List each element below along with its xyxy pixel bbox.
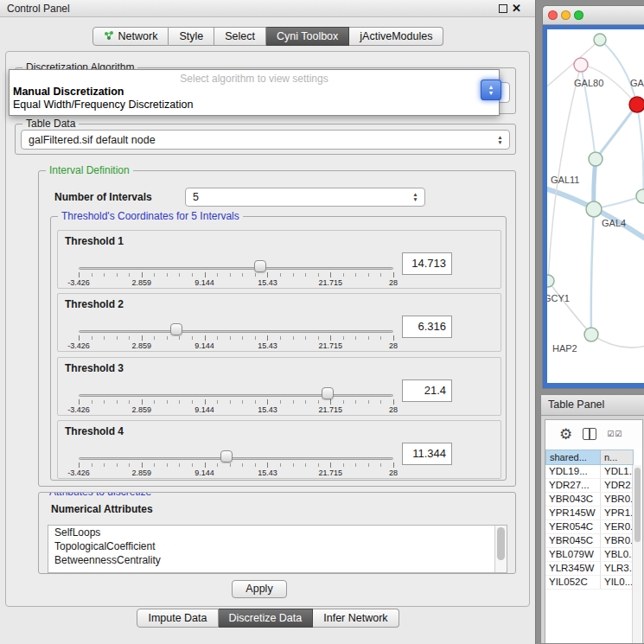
network-edge[interactable] xyxy=(637,105,643,196)
table-panel-titlebar[interactable]: Table Panel xyxy=(541,395,644,416)
table-cell[interactable]: YPR145W xyxy=(545,507,601,520)
slider-track[interactable] xyxy=(79,394,393,397)
control-panel-titlebar[interactable]: Control Panel ✕ xyxy=(0,0,535,17)
table-cell[interactable]: YIL052C xyxy=(545,576,601,590)
table-cell[interactable]: YBL079W xyxy=(545,548,601,562)
tab-cyni-toolbox[interactable]: Cyni Toolbox xyxy=(266,27,349,46)
table-cell[interactable]: YDR27... xyxy=(545,479,601,493)
checkbox-icons[interactable]: ☑☑ xyxy=(607,430,622,438)
table-cell[interactable]: YDL1... xyxy=(601,465,634,479)
threshold-value-field[interactable]: 11.344 xyxy=(402,443,452,465)
tab-infer-network[interactable]: Infer Network xyxy=(313,609,399,628)
network-node-green[interactable] xyxy=(636,189,644,203)
network-window-titlebar[interactable] xyxy=(543,6,644,25)
network-canvas[interactable]: GAL80GAGAL11GAL4GCY1HAP2 xyxy=(547,29,644,383)
gear-icon[interactable]: ⚙ xyxy=(559,427,572,442)
network-edge[interactable] xyxy=(591,209,594,335)
table-row[interactable]: YER054CYER0... xyxy=(545,520,634,534)
list-item-topologicalcoefficient[interactable]: TopologicalCoefficient xyxy=(48,539,507,553)
threshold-value-field[interactable]: 21.4 xyxy=(402,379,452,402)
threshold-value-field[interactable]: 6.316 xyxy=(402,316,452,338)
threshold-value-field[interactable]: 14.713 xyxy=(402,252,452,275)
network-node-red[interactable] xyxy=(629,97,644,112)
network-edge[interactable] xyxy=(600,40,637,105)
table-cell[interactable]: YBR043C xyxy=(545,493,601,507)
table-row[interactable]: YBR045CYBR0... xyxy=(545,534,634,548)
table-cell[interactable]: YBR0... xyxy=(601,534,634,548)
table-cell[interactable]: YIL0... xyxy=(601,576,634,590)
threshold-label: Threshold 4 xyxy=(65,425,124,437)
scrollbar-thumb[interactable] xyxy=(634,468,641,542)
float-window-icon[interactable] xyxy=(499,4,507,13)
tab-jactivemodules[interactable]: jActiveModules xyxy=(349,27,443,46)
network-node-green[interactable] xyxy=(547,275,554,287)
slider-thumb[interactable] xyxy=(322,387,334,399)
table-row[interactable]: YLR345WYLR3... xyxy=(545,562,634,576)
list-item-betweennesscentrality[interactable]: BetweennessCentrality xyxy=(48,553,507,567)
table-row[interactable]: YDL19...YDL1... xyxy=(545,465,634,479)
dropdown-item-manual-discretization[interactable]: Manual Discretization xyxy=(10,85,499,98)
tab-impute-data[interactable]: Impute Data xyxy=(137,609,218,628)
table-scrollbar[interactable] xyxy=(632,465,641,643)
slider-tick xyxy=(167,273,168,277)
table-row[interactable]: YBL079WYBL0... xyxy=(545,548,634,562)
close-icon[interactable]: ✕ xyxy=(512,2,521,15)
table-cell[interactable]: YBL0... xyxy=(601,548,634,562)
table-cell[interactable]: YDR2... xyxy=(601,479,634,493)
scrollbar-thumb[interactable] xyxy=(497,527,505,560)
table-cell[interactable]: YPR1... xyxy=(601,507,634,520)
network-node-pink[interactable] xyxy=(574,58,588,72)
table-cell[interactable]: YDL19... xyxy=(545,465,601,479)
list-item-selfloops[interactable]: SelfLoops xyxy=(48,526,507,539)
zoom-traffic-light[interactable] xyxy=(574,10,583,20)
table-cell[interactable]: YLR345W xyxy=(545,562,601,576)
tab-style[interactable]: Style xyxy=(169,27,214,46)
tab-select[interactable]: Select xyxy=(214,27,266,46)
table-row[interactable]: YIL052CYIL0... xyxy=(545,576,634,590)
slider-track[interactable] xyxy=(79,457,393,460)
slider-track[interactable] xyxy=(79,267,393,270)
table-cell[interactable]: YBR0... xyxy=(601,493,634,507)
tab-network[interactable]: Network xyxy=(92,27,169,46)
slider-thumb[interactable] xyxy=(254,260,266,272)
network-edge[interactable] xyxy=(596,105,637,159)
table-row[interactable]: YPR145WYPR1... xyxy=(545,507,634,520)
slider-tick-label: -3.426 xyxy=(67,469,90,477)
minimize-traffic-light[interactable] xyxy=(561,10,571,20)
slider-thumb[interactable] xyxy=(220,450,233,462)
table-cell[interactable]: YER054C xyxy=(545,520,601,534)
network-edge[interactable] xyxy=(591,335,644,348)
network-node-green[interactable] xyxy=(589,152,603,166)
number-of-intervals-combobox[interactable]: 5 ▲▼ xyxy=(185,188,425,207)
dropdown-item-equal-width-frequency-discretization[interactable]: Equal Width/Frequency Discretization xyxy=(10,98,499,111)
column-header-n-[interactable]: n... xyxy=(601,450,634,465)
network-edge[interactable] xyxy=(548,281,591,335)
table-cell[interactable]: YLR3... xyxy=(601,562,634,576)
close-traffic-light[interactable] xyxy=(548,10,558,20)
spinner-arrows-icon: ▲▼ xyxy=(409,188,422,206)
column-header-shared-[interactable]: shared... xyxy=(545,450,601,465)
apply-button[interactable]: Apply xyxy=(232,580,287,598)
table-cell[interactable]: YBR045C xyxy=(545,534,601,548)
algorithm-combobox-arrows-button[interactable]: ▲▼ xyxy=(481,80,501,100)
slider-tick xyxy=(205,399,206,405)
table-data-combobox[interactable]: galFiltered.sif default node ▲▼ xyxy=(21,130,510,150)
network-node-green[interactable] xyxy=(594,34,606,46)
table-row[interactable]: YDR27...YDR2... xyxy=(545,479,634,493)
list-scrollbar[interactable] xyxy=(494,526,507,572)
slider-tick xyxy=(305,400,306,404)
slider-thumb[interactable] xyxy=(170,323,182,335)
slider-tick-label: 28 xyxy=(389,469,398,477)
tab-label: Style xyxy=(179,30,203,42)
slider-tick xyxy=(104,463,105,467)
network-node-green[interactable] xyxy=(584,328,598,341)
numerical-attributes-list[interactable]: SelfLoopsTopologicalCoefficientBetweenne… xyxy=(48,525,507,573)
table-row[interactable]: YBR043CYBR0... xyxy=(545,493,634,507)
network-graph: GAL80GAGAL11GAL4GCY1HAP2 xyxy=(547,29,644,383)
tab-discretize-data[interactable]: Discretize Data xyxy=(219,609,314,628)
network-node-green[interactable] xyxy=(586,201,602,217)
columns-icon[interactable] xyxy=(583,428,596,440)
table-cell[interactable]: YER0... xyxy=(601,520,634,534)
slider-track[interactable] xyxy=(79,330,393,333)
network-edge[interactable] xyxy=(548,65,581,281)
